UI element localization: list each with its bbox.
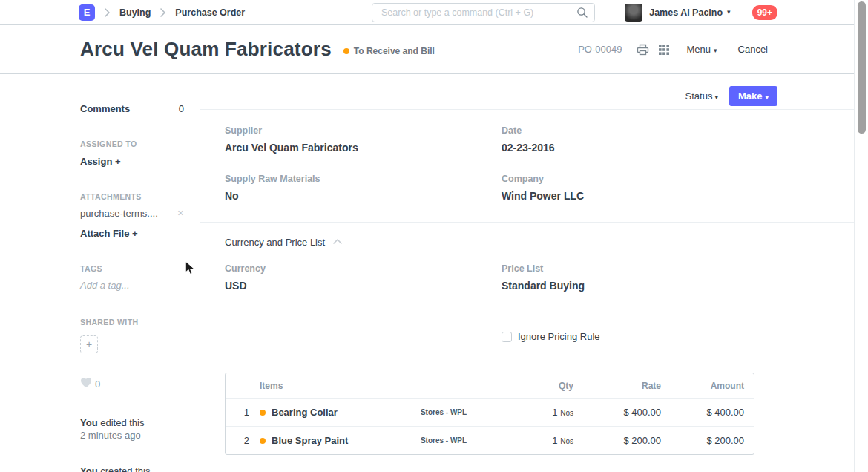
field-label: Currency	[225, 263, 502, 274]
plus-icon: +	[115, 156, 121, 167]
navbar: E Buying Purchase Order James Al Pacino …	[0, 0, 868, 25]
checkbox-label: Ignore Pricing Rule	[518, 331, 600, 342]
item-warehouse: Stores - WPL	[384, 408, 503, 416]
add-tag-input[interactable]: Add a tag...	[80, 280, 184, 291]
attachment-file-link[interactable]: purchase-terms....	[80, 208, 158, 219]
ignore-pricing-rule-checkbox[interactable]	[502, 332, 512, 342]
status-dot-icon	[343, 48, 349, 54]
assign-button[interactable]: Assign +	[80, 156, 184, 167]
user-avatar[interactable]	[625, 4, 642, 22]
form-area: Status▾ Make▾ Supplier Arcu Vel Quam Fab…	[200, 74, 868, 472]
grid-menu-icon[interactable]	[658, 44, 670, 56]
field-label: Supplier	[225, 125, 502, 136]
tags-heading: TAGS	[80, 264, 184, 273]
header-qty: Qty	[503, 381, 573, 391]
attachments-heading: ATTACHMENTS	[80, 192, 184, 201]
comments-label[interactable]: Comments	[80, 103, 130, 114]
item-rate: $ 400.00	[573, 407, 661, 418]
plus-icon: +	[86, 338, 92, 350]
field-label: Company	[502, 174, 769, 184]
item-warehouse: Stores - WPL	[384, 436, 503, 445]
items-grid-header: Items Qty Rate Amount	[226, 373, 754, 398]
currency-section-toggle[interactable]: Currency and Price List	[225, 223, 769, 249]
row-index: 2	[226, 435, 260, 446]
status-label: To Receive and Bill	[354, 46, 435, 56]
section-main-fields: Supplier Arcu Vel Quam Fabricators Date …	[200, 110, 868, 223]
breadcrumb-purchase-order[interactable]: Purchase Order	[175, 7, 245, 18]
field-value: No	[225, 190, 502, 202]
page-title: Arcu Vel Quam Fabricators	[80, 38, 332, 61]
doc-id: PO-00049	[578, 44, 622, 55]
activity-edited: You edited this 2 minutes ago	[80, 416, 184, 442]
form-toolbar: Status▾ Make▾	[200, 82, 868, 110]
ignore-pricing-rule-field[interactable]: Ignore Pricing Rule	[502, 331, 769, 358]
item-name: Blue Spray Paint	[272, 435, 348, 446]
header-items: Items	[260, 381, 384, 391]
item-qty: 1	[552, 435, 557, 446]
item-uom: Nos	[560, 409, 573, 417]
field-currency[interactable]: Currency USD	[225, 263, 502, 292]
item-status-dot-icon	[260, 410, 266, 416]
field-label: Supply Raw Materials	[225, 174, 502, 184]
section-items: Items Qty Rate Amount 1 Bearing Collar	[200, 358, 868, 472]
item-rate: $ 200.00	[573, 435, 661, 446]
item-amount: $ 200.00	[661, 435, 744, 446]
field-price-list[interactable]: Price List Standard Buying	[502, 263, 769, 292]
header-amount: Amount	[661, 381, 744, 391]
field-value: Standard Buying	[502, 280, 769, 292]
search-input[interactable]	[372, 3, 595, 22]
breadcrumb-buying[interactable]: Buying	[119, 7, 151, 18]
status-button[interactable]: Status▾	[685, 91, 718, 102]
comments-count: 0	[179, 103, 184, 114]
chevron-right-icon	[160, 7, 166, 18]
share-add-button[interactable]: +	[80, 335, 98, 353]
caret-down-icon: ▾	[714, 94, 718, 101]
chevron-up-icon	[325, 235, 343, 249]
attach-file-button[interactable]: Attach File +	[80, 228, 184, 239]
search-icon	[576, 7, 588, 22]
field-label: Price List	[502, 263, 769, 274]
page-head-actions: PO-00049 Menu▾ Cancel	[578, 44, 768, 56]
comments-row[interactable]: Comments 0	[80, 103, 184, 114]
scrollbar-thumb[interactable]	[858, 1, 866, 134]
caret-down-icon: ▾	[765, 94, 769, 101]
header-rate: Rate	[573, 381, 661, 391]
field-supplier[interactable]: Supplier Arcu Vel Quam Fabricators	[225, 125, 502, 154]
notification-badge[interactable]: 99+	[752, 5, 777, 20]
item-qty: 1	[552, 407, 557, 418]
field-value: Arcu Vel Quam Fabricators	[225, 142, 502, 154]
page-body: Comments 0 ASSIGNED TO Assign + ATTACHME…	[0, 74, 868, 472]
field-value: USD	[225, 280, 502, 292]
item-uom: Nos	[560, 437, 573, 445]
field-company[interactable]: Company Wind Power LLC	[502, 174, 769, 202]
scrollbar-track[interactable]	[854, 0, 868, 472]
item-name: Bearing Collar	[272, 407, 338, 418]
items-grid: Items Qty Rate Amount 1 Bearing Collar	[225, 373, 754, 455]
user-name[interactable]: James Al Pacino	[649, 7, 723, 18]
cancel-button[interactable]: Cancel	[738, 44, 768, 55]
row-index: 1	[226, 407, 260, 418]
item-row-2[interactable]: 2 Blue Spray Paint Stores - WPL 1 Nos $ …	[226, 426, 754, 454]
like-count: 0	[95, 378, 100, 390]
caret-down-icon: ▾	[714, 47, 717, 54]
app-logo[interactable]: E	[79, 4, 95, 21]
print-icon[interactable]	[637, 44, 649, 56]
field-date[interactable]: Date 02-23-2016	[502, 125, 769, 154]
menu-button[interactable]: Menu▾	[686, 44, 717, 55]
field-label: Date	[502, 125, 769, 136]
remove-attachment-icon[interactable]: ✕	[177, 209, 184, 218]
status-indicator: To Receive and Bill	[343, 46, 435, 56]
field-value: 02-23-2016	[502, 142, 769, 154]
field-supply-raw-materials[interactable]: Supply Raw Materials No	[225, 174, 502, 202]
navbar-user-area: James Al Pacino ▾ 99+	[625, 4, 777, 22]
make-button[interactable]: Make▾	[729, 86, 777, 106]
item-amount: $ 400.00	[661, 407, 744, 418]
sidebar: Comments 0 ASSIGNED TO Assign + ATTACHME…	[0, 74, 200, 472]
field-value: Wind Power LLC	[502, 190, 769, 202]
caret-down-icon: ▾	[727, 9, 731, 16]
item-row-1[interactable]: 1 Bearing Collar Stores - WPL 1 Nos $ 40…	[226, 398, 754, 426]
activity-created: You created this 2 minutes ago	[80, 465, 184, 472]
purchase-order-page: E Buying Purchase Order James Al Pacino …	[0, 0, 868, 472]
heart-icon[interactable]	[80, 377, 92, 391]
attachment-row: purchase-terms.... ✕	[80, 208, 184, 219]
